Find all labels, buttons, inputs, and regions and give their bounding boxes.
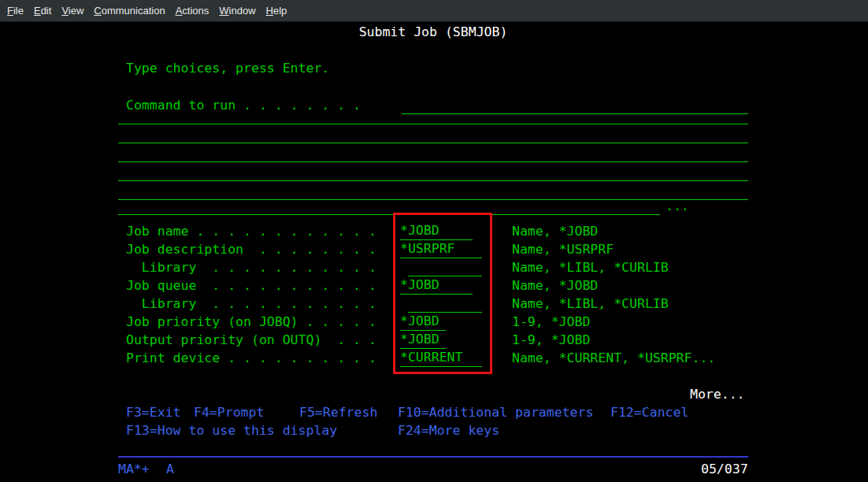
param-input-jobq-library[interactable] (408, 295, 482, 313)
menu-file[interactable]: File (7, 5, 24, 17)
fkey-f12-cancel[interactable]: F12=Cancel (610, 403, 688, 421)
menu-help[interactable]: Help (266, 5, 287, 17)
param-label-job-queue: Job queue . . . . . . . . . . . (126, 276, 377, 295)
command-input-line-5[interactable] (118, 180, 748, 181)
terminal-emulator-window: File Edit View Communication Actions Win… (0, 0, 868, 482)
param-hint-job-queue: Name, *JOBD (512, 276, 598, 295)
param-input-job-priority[interactable]: *JOBD (400, 313, 446, 331)
command-input-line-7[interactable] (118, 214, 660, 215)
param-input-job-name[interactable]: *JOBD (400, 222, 473, 240)
param-label-jobq-library: Library . . . . . . . . . . . (126, 295, 377, 313)
fkey-f3-exit[interactable]: F3=Exit (126, 403, 181, 421)
param-input-output-priority[interactable]: *JOBD (400, 331, 446, 349)
param-label-jobd-library: Library . . . . . . . . . . . (126, 258, 377, 276)
cursor-position: 05/037 (701, 460, 748, 478)
command-input-line-3[interactable] (118, 143, 748, 143)
param-hint-job-description: Name, *USRPRF (512, 240, 614, 258)
oia-status-indicators: MA*+ (118, 460, 150, 478)
param-input-job-queue[interactable]: *JOBD (400, 276, 473, 295)
param-hint-jobq-library: Name, *LIBL, *CURLIB (512, 295, 669, 313)
param-label-output-priority: Output priority (on OUTQ) . . . (126, 331, 377, 349)
status-separator-line (118, 456, 748, 458)
session-indicator: A (166, 460, 174, 478)
menu-view[interactable]: View (61, 5, 83, 17)
param-input-print-device[interactable]: *CURRENT (400, 349, 482, 367)
command-input-line-6[interactable] (118, 199, 748, 200)
param-hint-print-device: Name, *CURRENT, *USRPRF... (512, 349, 715, 367)
command-input-line-2[interactable] (118, 124, 748, 124)
menu-actions[interactable]: Actions (176, 5, 210, 17)
fkey-f24-more-keys[interactable]: F24=More keys (398, 421, 499, 439)
param-input-jobd-library[interactable] (408, 258, 482, 276)
command-to-run-label: Command to run . . . . . . . . (126, 96, 361, 114)
param-label-print-device: Print device . . . . . . . . . . (126, 349, 377, 367)
param-hint-job-name: Name, *JOBD (512, 222, 598, 240)
param-input-job-description[interactable]: *USRPRF (400, 240, 482, 258)
param-hint-output-priority: 1-9, *JOBD (512, 331, 590, 349)
menu-window[interactable]: Window (219, 5, 255, 17)
param-hint-job-priority: 1-9, *JOBD (512, 313, 590, 331)
command-to-run-input[interactable] (402, 96, 748, 114)
more-indicator: More... (690, 385, 745, 403)
fkey-f13-how-to-use-this-display[interactable]: F13=How to use this display (126, 421, 337, 439)
param-hint-jobd-library: Name, *LIBL, *CURLIB (512, 258, 669, 276)
page-title: Submit Job (SBMJOB) (118, 23, 748, 41)
fkey-f10-additional-parameters[interactable]: F10=Additional parameters (398, 403, 593, 421)
command-continuation-ellipsis: ... (666, 197, 689, 215)
param-label-job-description: Job description . . . . . . . . (126, 240, 377, 258)
menu-bar: File Edit View Communication Actions Win… (0, 0, 868, 22)
menu-edit[interactable]: Edit (34, 5, 51, 17)
command-input-line-4[interactable] (118, 161, 748, 162)
menu-communication[interactable]: Communication (94, 5, 165, 17)
instruction-text: Type choices, press Enter. (126, 59, 329, 77)
param-label-job-priority: Job priority (on JOBQ) . . . . . (126, 313, 377, 331)
fkey-f5-refresh[interactable]: F5=Refresh (299, 403, 377, 421)
param-label-job-name: Job name . . . . . . . . . . . . (126, 222, 377, 240)
fkey-f4-prompt[interactable]: F4=Prompt (194, 403, 264, 421)
